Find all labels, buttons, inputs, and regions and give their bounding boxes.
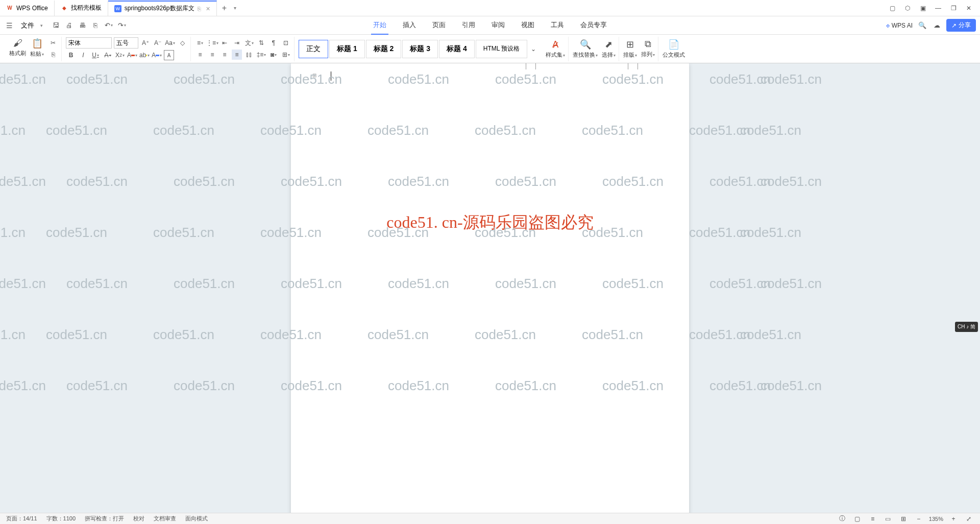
status-page[interactable]: 页面：14/11 — [6, 515, 37, 522]
tab-tools[interactable]: 工具 — [549, 16, 566, 35]
font-color-icon[interactable]: A▾ — [127, 50, 137, 60]
show-marks-icon[interactable]: ⊡ — [281, 38, 291, 48]
save-icon[interactable]: 🖫 — [51, 21, 60, 30]
clear-format-icon[interactable]: ◇ — [177, 38, 187, 48]
style-set-button[interactable]: A̷ 样式集▾ — [546, 39, 565, 59]
select-button[interactable]: ⬈ 选择▾ — [602, 39, 616, 59]
tab-document[interactable]: W springboots926p数据库文 ⎘ × — [108, 1, 217, 16]
tab-page[interactable]: 页面 — [430, 16, 448, 35]
align-center-icon[interactable]: ≡ — [207, 50, 217, 60]
style-heading4[interactable]: 标题 4 — [439, 40, 475, 58]
cloud-icon[interactable]: ☁ — [932, 21, 941, 30]
distribute-icon[interactable]: ⫿⫿ — [244, 50, 254, 60]
change-case-icon[interactable]: Aa▾ — [165, 38, 175, 48]
file-menu[interactable]: 文件 — [17, 19, 38, 32]
status-info-icon[interactable]: ⓘ — [837, 514, 847, 524]
tab-view[interactable]: 视图 — [519, 16, 536, 35]
hamburger-icon[interactable]: ☰ — [4, 19, 15, 32]
border-icon[interactable]: ⊞▾ — [281, 50, 291, 60]
status-read-mode[interactable]: 面向模式 — [185, 515, 208, 522]
minimize-icon[interactable]: — — [931, 1, 945, 15]
tab-member[interactable]: 会员专享 — [578, 16, 609, 35]
bullet-list-icon[interactable]: ≡▾ — [195, 38, 205, 48]
status-doc-check[interactable]: 文档审查 — [154, 515, 176, 522]
shading-icon[interactable]: ◙▾ — [268, 50, 279, 60]
undo-icon[interactable]: ↶▾ — [104, 21, 113, 30]
tab-reference[interactable]: 引用 — [460, 16, 477, 35]
window-cube-icon[interactable]: ⬡ — [900, 1, 915, 15]
status-spell[interactable]: 拼写检查：打开 — [85, 515, 124, 522]
style-html[interactable]: HTML 预设格 — [476, 40, 528, 58]
align-right-icon[interactable]: ≡ — [219, 50, 230, 60]
file-dropdown-icon[interactable]: ▾ — [40, 23, 43, 28]
redo-icon[interactable]: ↷▾ — [117, 21, 127, 30]
share-button[interactable]: ↗分享 — [946, 19, 976, 32]
canvas-area[interactable]: ⊞ code51. cn-源码乐园盗图必究 — [0, 63, 980, 513]
style-normal[interactable]: 正文 — [299, 40, 328, 58]
font-size-select[interactable] — [114, 37, 138, 49]
zoom-level[interactable]: 135% — [929, 516, 943, 522]
print-icon[interactable]: 🖶 — [78, 21, 87, 30]
view-read-icon[interactable]: ▭ — [883, 514, 893, 524]
style-heading3[interactable]: 标题 3 — [402, 40, 438, 58]
view-page-icon[interactable]: ▢ — [852, 514, 863, 524]
status-proof[interactable]: 校对 — [133, 515, 144, 522]
zoom-in-icon[interactable]: + — [948, 514, 959, 524]
fit-icon[interactable]: ⤢ — [964, 514, 974, 524]
sort-icon[interactable]: ⇅ — [256, 38, 266, 48]
number-list-icon[interactable]: ⋮≡▾ — [207, 38, 217, 48]
grow-font-icon[interactable]: A⁺ — [140, 38, 151, 48]
find-replace-button[interactable]: 🔍 查找替换▾ — [573, 39, 598, 59]
zoom-out-icon[interactable]: − — [914, 514, 924, 524]
style-heading1[interactable]: 标题 1 — [329, 40, 365, 58]
cut-icon[interactable]: ✂ — [48, 38, 58, 48]
superscript-icon[interactable]: X2▾ — [115, 50, 125, 60]
menubar: ☰ 文件 ▾ 🖫 🖨 🖶 ⎘ ↶▾ ↷▾ 开始 插入 页面 引用 审阅 视图 工… — [0, 16, 980, 35]
arrange-button[interactable]: ⧉ 排列▾ — [641, 39, 655, 59]
decrease-indent-icon[interactable]: ⇤ — [219, 38, 230, 48]
tab-dropdown-icon[interactable]: ▾ — [232, 5, 238, 11]
window-avatar-icon[interactable]: ▣ — [916, 1, 930, 15]
layout-button[interactable]: ⊞ 排版▾ — [623, 39, 637, 59]
font-effect-icon[interactable]: A▾ — [152, 50, 162, 60]
wps-ai-button[interactable]: ⟐WPS AI — [886, 22, 913, 29]
tab-pin-icon[interactable]: ⎘ — [198, 6, 201, 12]
increase-indent-icon[interactable]: ⇥ — [232, 38, 242, 48]
tab-template[interactable]: ◆ 找稻壳模板 — [55, 1, 108, 16]
status-words[interactable]: 字数：1100 — [46, 515, 76, 522]
view-outline-icon[interactable]: ≡ — [868, 514, 878, 524]
search-icon[interactable]: 🔍 — [918, 21, 927, 30]
align-left-icon[interactable]: ≡ — [195, 50, 205, 60]
bold-icon[interactable]: B — [66, 50, 76, 60]
text-direction-icon[interactable]: 文▾ — [244, 38, 254, 48]
line-spacing-icon[interactable]: ‡≡▾ — [256, 50, 266, 60]
maximize-icon[interactable]: ❐ — [946, 1, 961, 15]
tab-app[interactable]: W WPS Office — [0, 1, 55, 16]
para-mark-icon[interactable]: ¶ — [268, 38, 279, 48]
shrink-font-icon[interactable]: A⁻ — [153, 38, 163, 48]
new-tab-button[interactable]: + — [217, 4, 232, 13]
copy-icon[interactable]: ⎘ — [48, 50, 58, 60]
style-heading2[interactable]: 标题 2 — [366, 40, 402, 58]
font-select[interactable] — [66, 37, 112, 49]
paste-button[interactable]: 📋 粘贴▾ — [30, 38, 44, 60]
align-justify-icon[interactable]: ≡ — [232, 50, 242, 60]
style-more-icon[interactable]: ⌄ — [528, 44, 538, 54]
tab-review[interactable]: 审阅 — [489, 16, 507, 35]
close-window-icon[interactable]: ✕ — [962, 1, 976, 15]
export-icon[interactable]: ⎘ — [91, 21, 100, 30]
underline-icon[interactable]: U▾ — [90, 50, 101, 60]
print-preview-icon[interactable]: 🖨 — [64, 21, 74, 30]
document-page[interactable]: ⊞ code51. cn-源码乐园盗图必究 — [291, 63, 689, 513]
window-box-icon[interactable]: ▢ — [885, 1, 899, 15]
tab-start[interactable]: 开始 — [371, 16, 388, 35]
strike-icon[interactable]: A▾ — [103, 50, 113, 60]
doc-mode-button[interactable]: 📄 公文模式 — [663, 39, 685, 59]
highlight-icon[interactable]: ab▾ — [139, 50, 150, 60]
view-web-icon[interactable]: ⊞ — [898, 514, 909, 524]
tab-insert[interactable]: 插入 — [401, 16, 418, 35]
close-icon[interactable]: × — [206, 5, 210, 13]
char-border-icon[interactable]: A — [164, 50, 174, 60]
italic-icon[interactable]: I — [78, 50, 88, 60]
format-painter-button[interactable]: 🖌 格式刷 — [9, 38, 26, 60]
